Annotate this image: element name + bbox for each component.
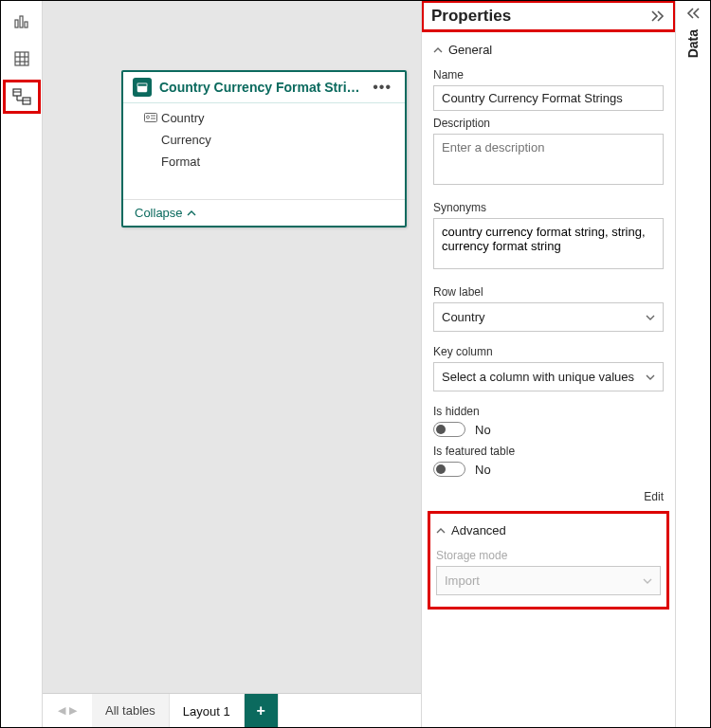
dropdown-value: Country <box>442 310 485 324</box>
model-canvas-wrap: Country Currency Format Strings ••• Coun… <box>43 1 422 727</box>
chevron-double-right-icon <box>650 9 665 23</box>
model-icon <box>12 88 31 105</box>
add-layout-button[interactable]: + <box>245 694 279 727</box>
table-grid-icon <box>13 50 30 67</box>
report-view-button[interactable] <box>6 7 38 35</box>
layout-nav-arrows[interactable]: ◀▶ <box>43 694 92 727</box>
table-field-row[interactable]: Format <box>123 151 405 173</box>
field-label: Country <box>161 111 205 125</box>
plus-icon: + <box>256 702 264 719</box>
chevron-up-icon <box>433 46 443 54</box>
section-header-advanced[interactable]: Advanced <box>436 518 661 543</box>
toggle-state: No <box>475 463 491 477</box>
data-pane-collapsed: Data <box>676 1 710 727</box>
field-label: Currency <box>161 133 211 147</box>
chevron-down-icon <box>646 373 655 381</box>
tab-label: All tables <box>105 703 155 718</box>
svg-rect-2 <box>25 22 27 27</box>
view-rail <box>1 1 43 727</box>
properties-panel: Properties General Name Description Syno… <box>422 1 676 727</box>
calendar-table-icon <box>133 78 152 97</box>
table-card-title: Country Currency Format Strings <box>159 80 361 95</box>
bar-chart-icon <box>13 12 30 29</box>
section-title: General <box>448 43 492 57</box>
table-card[interactable]: Country Currency Format Strings ••• Coun… <box>121 70 407 228</box>
field-label: Format <box>161 155 200 169</box>
storage-mode-dropdown: Import <box>436 566 661 595</box>
app-root: Country Currency Format Strings ••• Coun… <box>0 0 711 728</box>
synonyms-label: Synonyms <box>433 201 664 214</box>
section-header-general[interactable]: General <box>433 37 664 63</box>
is-featured-toggle[interactable] <box>433 462 465 477</box>
data-view-button[interactable] <box>6 45 38 73</box>
svg-rect-1 <box>20 16 23 27</box>
table-card-collapse-button[interactable]: Collapse <box>123 199 405 226</box>
tab-all-tables[interactable]: All tables <box>92 694 170 727</box>
storage-mode-label: Storage mode <box>436 549 661 562</box>
chevron-up-icon <box>187 209 196 217</box>
name-label: Name <box>433 68 664 82</box>
synonyms-input[interactable] <box>433 218 664 269</box>
row-label-dropdown[interactable]: Country <box>433 302 664 332</box>
tab-layout-1[interactable]: Layout 1 <box>170 694 245 727</box>
edit-link[interactable]: Edit <box>422 488 675 511</box>
panel-title: Properties <box>431 7 511 26</box>
chevron-left-icon: ◀ <box>58 704 65 717</box>
table-field-row[interactable]: Country <box>123 107 405 129</box>
svg-rect-15 <box>137 83 147 86</box>
id-card-icon <box>140 113 161 124</box>
toggle-state: No <box>475 423 491 437</box>
expand-data-button[interactable] <box>685 7 701 20</box>
chevron-right-icon: ▶ <box>69 704 77 717</box>
table-card-header[interactable]: Country Currency Format Strings ••• <box>123 72 405 103</box>
data-pane-label[interactable]: Data <box>685 29 701 58</box>
is-hidden-label: Is hidden <box>433 405 664 418</box>
section-advanced: Advanced Storage mode Import <box>428 511 669 610</box>
svg-rect-0 <box>15 20 18 27</box>
section-general: General Name Description Synonyms Row la… <box>422 31 675 488</box>
collapse-label: Collapse <box>135 206 183 220</box>
is-hidden-toggle[interactable] <box>433 422 465 437</box>
key-column-dropdown[interactable]: Select a column with unique values <box>433 362 664 391</box>
svg-point-18 <box>147 116 150 118</box>
table-field-row[interactable]: Currency <box>123 129 405 151</box>
model-view-button[interactable] <box>6 82 38 111</box>
table-card-more-button[interactable]: ••• <box>369 79 395 96</box>
svg-rect-3 <box>15 52 28 65</box>
section-title: Advanced <box>451 523 506 537</box>
table-card-fields: Country Currency Format <box>123 103 405 199</box>
description-input[interactable] <box>433 134 664 185</box>
dropdown-value: Import <box>445 573 480 588</box>
chevron-down-icon <box>646 314 655 321</box>
properties-header: Properties <box>422 1 675 31</box>
tab-label: Layout 1 <box>183 704 230 719</box>
dropdown-value: Select a column with unique values <box>442 370 634 384</box>
key-column-label: Key column <box>433 345 664 358</box>
name-input[interactable] <box>433 85 664 111</box>
model-canvas[interactable]: Country Currency Format Strings ••• Coun… <box>43 1 421 693</box>
row-label-label: Row label <box>433 285 664 299</box>
chevron-down-icon <box>643 577 652 585</box>
layout-tab-bar: ◀▶ All tables Layout 1 + <box>43 693 421 727</box>
is-featured-label: Is featured table <box>433 445 664 458</box>
chevron-up-icon <box>436 527 446 535</box>
description-label: Description <box>433 117 664 130</box>
collapse-panel-button[interactable] <box>650 9 665 23</box>
chevron-double-left-icon <box>685 7 701 20</box>
